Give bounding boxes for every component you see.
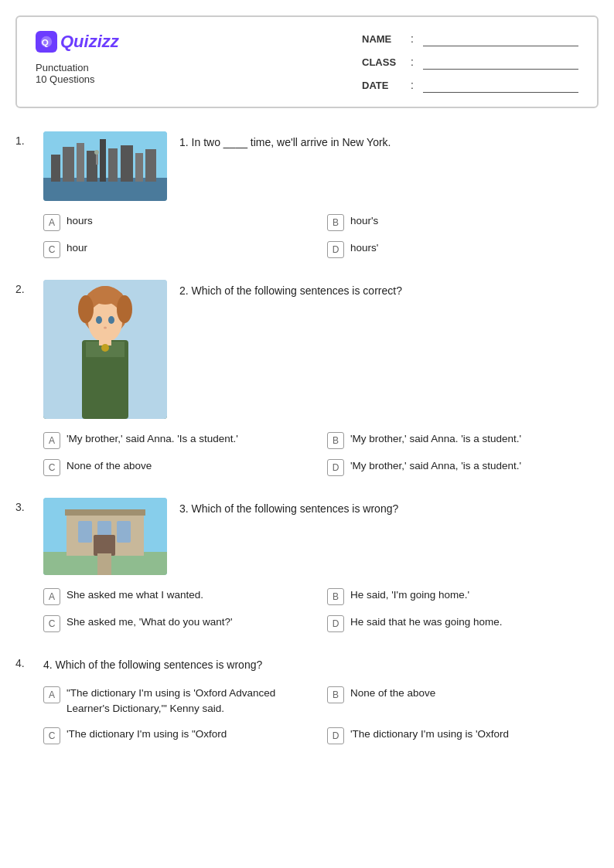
logo-area: Q Quizizz Punctuation 10 Questions <box>36 31 119 85</box>
option-a-text: "The dictionary I'm using is 'Oxford Adv… <box>67 686 315 717</box>
question-2: 2. <box>15 280 599 476</box>
svg-point-27 <box>101 344 109 352</box>
quizizz-icon: Q <box>36 31 57 53</box>
option-c-letter: C <box>43 459 60 476</box>
header: Q Quizizz Punctuation 10 Questions NAME … <box>15 15 599 108</box>
question-3-option-a: A She asked me what I wanted. <box>43 587 315 605</box>
option-d-text: hours' <box>350 240 378 256</box>
svg-rect-4 <box>51 155 60 182</box>
question-4-number: 4. <box>15 657 31 669</box>
svg-rect-6 <box>77 143 84 182</box>
question-3-image <box>43 498 167 575</box>
name-colon: : <box>411 32 414 45</box>
question-1: 1. 1. In two ____ tim <box>15 131 599 258</box>
option-d-text: 'The dictionary I'm using is 'Oxford <box>350 727 509 742</box>
option-b-text: hour's <box>350 213 378 229</box>
question-1-image <box>43 131 167 201</box>
logo-text: Quizizz <box>60 32 119 52</box>
option-a-letter: A <box>43 686 60 703</box>
question-3-number: 3. <box>15 501 31 513</box>
svg-point-21 <box>96 316 102 324</box>
svg-rect-32 <box>78 521 92 543</box>
question-4-text: 4. Which of the following sentences is w… <box>43 654 262 673</box>
class-label: CLASS <box>362 56 404 68</box>
option-c-text: hour <box>67 240 87 256</box>
option-b-letter: B <box>327 432 344 449</box>
question-1-option-c: C hour <box>43 240 315 258</box>
svg-rect-31 <box>65 509 145 516</box>
question-3-option-b: B He said, 'I'm going home.' <box>327 587 599 605</box>
class-colon: : <box>411 56 414 68</box>
option-d-letter: D <box>327 615 344 632</box>
date-label: DATE <box>362 80 404 91</box>
class-field-row: CLASS : <box>362 54 578 70</box>
option-b-letter: B <box>327 214 344 231</box>
svg-point-23 <box>104 327 107 329</box>
svg-rect-9 <box>108 148 118 182</box>
question-2-image <box>43 280 167 419</box>
option-b-text: None of the above <box>350 686 435 701</box>
anna-svg <box>43 280 167 419</box>
logo: Q Quizizz <box>36 31 119 53</box>
option-c-text: She asked me, 'What do you want?' <box>67 614 233 630</box>
svg-point-20 <box>93 286 118 305</box>
question-4: 4. 4. Which of the following sentences i… <box>15 654 599 744</box>
svg-rect-10 <box>121 145 133 182</box>
option-a-text: She asked me what I wanted. <box>67 587 203 603</box>
question-1-text: 1. In two ____ time, we'll arrive in New… <box>179 131 391 151</box>
question-2-header: 2. <box>15 280 599 419</box>
question-4-option-d: D 'The dictionary I'm using is 'Oxford <box>327 727 599 744</box>
quiz-meta: Punctuation 10 Questions <box>36 62 119 85</box>
name-input-line[interactable] <box>423 31 578 46</box>
option-d-text: 'My brother,' said Anna, 'is a student.' <box>350 458 521 474</box>
option-c-text: 'The dictionary I'm using is "Oxford <box>67 727 227 742</box>
question-1-option-d: D hours' <box>327 240 599 258</box>
svg-point-19 <box>117 295 132 323</box>
option-b-text: He said, 'I'm going home.' <box>350 587 469 603</box>
option-c-letter: C <box>43 727 60 744</box>
svg-rect-11 <box>135 153 143 182</box>
option-b-letter: B <box>327 588 344 605</box>
logo-svg: Q <box>39 35 53 49</box>
option-c-text: None of the above <box>67 458 152 474</box>
nyc-svg <box>43 131 167 201</box>
question-4-option-c: C 'The dictionary I'm using is "Oxford <box>43 727 315 744</box>
date-colon: : <box>411 79 414 91</box>
question-3-option-c: C She asked me, 'What do you want?' <box>43 614 315 632</box>
svg-rect-5 <box>63 147 74 182</box>
svg-rect-12 <box>145 149 156 182</box>
question-3-option-d: D He said that he was going home. <box>327 614 599 632</box>
question-2-number: 2. <box>15 283 31 295</box>
option-a-letter: A <box>43 588 60 605</box>
option-c-letter: C <box>43 241 60 258</box>
question-1-option-a: A hours <box>43 213 315 231</box>
question-2-text: 2. Which of the following sentences is c… <box>179 280 402 299</box>
question-4-options: A "The dictionary I'm using is 'Oxford A… <box>43 686 599 744</box>
class-input-line[interactable] <box>423 54 578 70</box>
question-2-options: A 'My brother,' said Anna. 'Is a student… <box>43 431 599 476</box>
name-field-row: NAME : <box>362 31 578 46</box>
option-d-letter: D <box>327 727 344 744</box>
question-3-options: A She asked me what I wanted. B He said,… <box>43 587 599 632</box>
question-4-header: 4. 4. Which of the following sentences i… <box>15 654 599 673</box>
svg-text:Q: Q <box>42 37 49 47</box>
question-1-option-b: B hour's <box>327 213 599 231</box>
name-label: NAME <box>362 33 404 45</box>
svg-point-18 <box>78 295 94 323</box>
option-c-letter: C <box>43 615 60 632</box>
option-a-text: hours <box>67 213 93 229</box>
question-4-option-b: B None of the above <box>327 686 599 717</box>
option-d-letter: D <box>327 459 344 476</box>
store-svg <box>43 498 167 575</box>
question-2-option-a: A 'My brother,' said Anna. 'Is a student… <box>43 431 315 449</box>
question-3-header: 3. 3. Which of the following sentence <box>15 498 599 575</box>
date-input-line[interactable] <box>423 77 578 93</box>
option-d-letter: D <box>327 241 344 258</box>
svg-rect-34 <box>117 521 131 543</box>
svg-rect-35 <box>94 535 115 556</box>
form-fields: NAME : CLASS : DATE : <box>362 31 578 93</box>
question-2-option-c: C None of the above <box>43 458 315 476</box>
quiz-questions: 10 Questions <box>36 73 119 85</box>
question-1-number: 1. <box>15 134 31 147</box>
question-3: 3. 3. Which of the following sentence <box>15 498 599 632</box>
